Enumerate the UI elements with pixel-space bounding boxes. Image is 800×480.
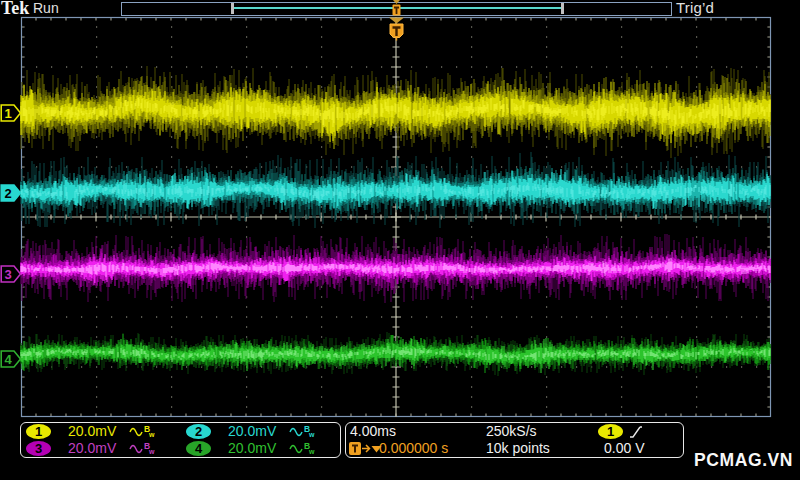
svg-text:1: 1 <box>4 106 11 121</box>
svg-text:4: 4 <box>4 352 12 367</box>
svg-text:2: 2 <box>4 186 11 201</box>
svg-text:3: 3 <box>4 267 11 282</box>
